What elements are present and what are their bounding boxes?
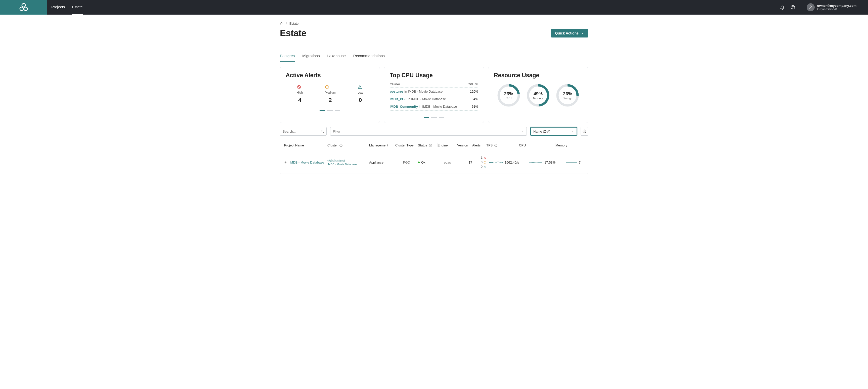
- col-label: Memory: [555, 143, 567, 147]
- col-cluster-type[interactable]: Cluster Type: [395, 143, 418, 147]
- cpu-row[interactable]: postgres in IMDB - Movie Database120%: [390, 88, 478, 95]
- carousel-dots: [286, 110, 374, 111]
- chevron-down-icon: [571, 130, 574, 132]
- cluster-subtitle: IMDB - Movie Database: [328, 163, 369, 166]
- col-cpu[interactable]: CPU: [519, 143, 555, 147]
- settings-button[interactable]: [581, 127, 588, 136]
- tab-recommendations[interactable]: Recommendations: [353, 54, 385, 62]
- col-label: Project Name: [284, 143, 304, 147]
- dot-1[interactable]: [424, 117, 429, 118]
- dot-2[interactable]: [327, 110, 333, 111]
- resource-title: Resource Usage: [494, 72, 582, 79]
- search-input[interactable]: [280, 127, 318, 136]
- alert-label: High: [297, 91, 303, 94]
- plus-icon[interactable]: [284, 161, 287, 164]
- svg-point-0: [22, 3, 25, 7]
- cpu-cluster-link[interactable]: IMDB_Community: [390, 105, 418, 109]
- cpu-row[interactable]: IMDB_Community in IMDB - Movie Database6…: [390, 103, 478, 111]
- brand-logo[interactable]: [0, 0, 47, 14]
- project-link[interactable]: IMDB - Movie Database: [289, 160, 324, 164]
- svg-point-5: [810, 6, 811, 7]
- info-icon[interactable]: [429, 144, 432, 147]
- dot-2[interactable]: [431, 117, 437, 118]
- home-icon[interactable]: [280, 22, 283, 25]
- table-toolbar: Filter Name (Z-A): [280, 127, 588, 136]
- col-project-name[interactable]: Project Name: [284, 143, 328, 147]
- col-memory[interactable]: Memory: [555, 143, 581, 147]
- dot-3[interactable]: [439, 117, 444, 118]
- cell-cluster[interactable]: thisisatest IMDB - Movie Database: [328, 159, 369, 166]
- cluster-name[interactable]: thisisatest: [328, 159, 369, 163]
- cards-row: Active Alerts High4Medium2Low0 Top CPU U…: [280, 67, 588, 123]
- alert-label: Low: [358, 91, 363, 94]
- cpu-row[interactable]: IMDB_PGE in IMDB - Movie Database64%: [390, 95, 478, 103]
- info-icon[interactable]: [339, 144, 343, 147]
- svg-point-1: [20, 7, 23, 10]
- dot-1[interactable]: [319, 110, 325, 111]
- table-row[interactable]: IMDB - Movie Database thisisatest IMDB -…: [280, 151, 588, 174]
- cpu-pct: 64%: [472, 97, 478, 101]
- alert-med-count: 0: [481, 160, 483, 164]
- cpu-cluster-context: in IMDB - Movie Database: [407, 97, 446, 101]
- info-icon[interactable]: [494, 144, 498, 147]
- col-status[interactable]: Status: [418, 143, 437, 147]
- gear-icon: [582, 129, 586, 133]
- prohibit-icon: [484, 156, 486, 159]
- sparkline-tps: [489, 160, 503, 164]
- triangle-icon: [484, 166, 486, 168]
- alert-col-medium[interactable]: Medium2: [325, 85, 336, 103]
- filter-select[interactable]: Filter: [330, 127, 527, 136]
- cpu-pct: 120%: [470, 90, 478, 93]
- logo-icon: [19, 3, 28, 11]
- gauge-label: Memory: [533, 97, 543, 100]
- breadcrumb-sep: /: [286, 22, 287, 25]
- cpu-cluster-link[interactable]: IMDB_PGE: [390, 97, 407, 101]
- svg-point-8: [327, 88, 328, 88]
- col-cluster[interactable]: Cluster: [328, 143, 369, 147]
- cell-alerts: 1 0 0: [472, 155, 486, 169]
- tab-lakehouse[interactable]: Lakehouse: [327, 54, 345, 62]
- alert-col-low[interactable]: Low0: [358, 85, 363, 103]
- clusters-table: Project NameCluster ManagementCluster Ty…: [280, 140, 588, 174]
- user-email: owner@mycompany.com: [817, 4, 857, 7]
- table-header: Project NameCluster ManagementCluster Ty…: [280, 140, 588, 151]
- cell-memory: 7: [555, 160, 581, 164]
- search-button[interactable]: [318, 127, 327, 136]
- svg-point-17: [584, 131, 585, 132]
- tab-migrations[interactable]: Migrations: [302, 54, 319, 62]
- alerts-title: Active Alerts: [286, 72, 374, 79]
- col-engine[interactable]: Engine: [437, 143, 457, 147]
- user-menu[interactable]: owner@mycompany.com Organization-0 ⌄: [807, 3, 863, 11]
- alert-col-high[interactable]: High4: [297, 85, 303, 103]
- chevron-down-icon: ⌄: [861, 6, 863, 9]
- alert-high-count: 1: [481, 155, 483, 160]
- breadcrumb-current: Estate: [289, 22, 299, 25]
- alert-icon: [358, 85, 363, 89]
- dot-3[interactable]: [335, 110, 340, 111]
- breadcrumb: / Estate: [280, 14, 588, 25]
- cpu-cluster-link[interactable]: postgres: [390, 90, 404, 93]
- alert-count: 4: [297, 97, 303, 103]
- col-management[interactable]: Management: [369, 143, 395, 147]
- quick-actions-label: Quick Actions: [555, 31, 579, 35]
- col-alerts[interactable]: Alerts: [472, 143, 486, 147]
- cell-project[interactable]: IMDB - Movie Database: [284, 160, 328, 164]
- card-resource-usage: Resource Usage 23%CPU49%Memory26%Storage: [488, 67, 588, 123]
- search-box: [280, 127, 327, 136]
- avatar-icon: [807, 3, 815, 11]
- alert-icon: [297, 85, 303, 89]
- col-version[interactable]: Version: [457, 143, 472, 147]
- gauge-pct: 26%: [563, 91, 572, 97]
- nav-estate[interactable]: Estate: [72, 0, 83, 14]
- nav-projects[interactable]: Projects: [51, 0, 65, 14]
- cpu-head-pct: CPU %: [467, 82, 478, 86]
- col-tps[interactable]: TPS: [486, 143, 519, 147]
- tab-postgres[interactable]: Postgres: [280, 54, 295, 62]
- cell-cluster-type: PGD: [395, 160, 418, 164]
- sort-select[interactable]: Name (Z-A): [530, 127, 577, 136]
- bell-icon[interactable]: [780, 5, 785, 10]
- topbar: Projects Estate owner@mycompany.com Orga…: [0, 0, 868, 14]
- quick-actions-button[interactable]: Quick Actions: [551, 29, 588, 37]
- title-bar: Estate Quick Actions: [280, 28, 588, 38]
- help-icon[interactable]: [790, 5, 795, 10]
